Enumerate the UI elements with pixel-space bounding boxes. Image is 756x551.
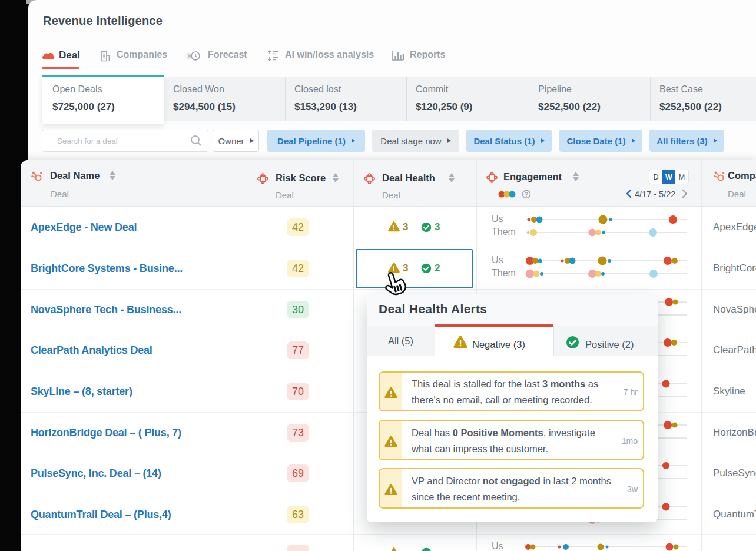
svg-text:?: ? xyxy=(525,191,528,198)
